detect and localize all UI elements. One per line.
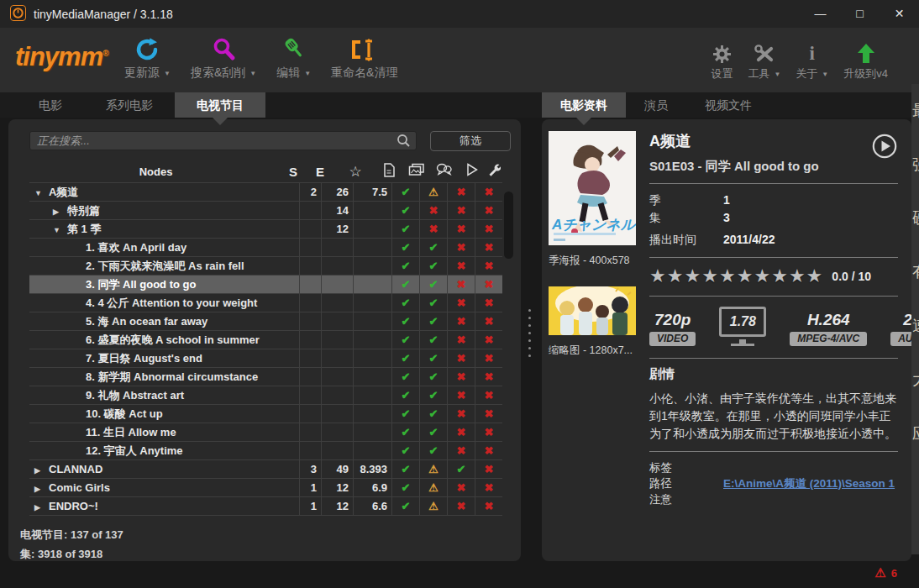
star-icon[interactable]: ☆ [336,163,375,181]
row-season-count: 3 [299,460,321,478]
row-episode-count [321,405,353,423]
window-title: tinyMediaManager / 3.1.18 [34,8,173,21]
table-row[interactable]: ▼第 1 季12✔✖✖✖ [29,220,502,239]
nfo-status-icon: ✔ [391,423,419,441]
row-rating [353,405,391,423]
search-input[interactable] [29,131,417,150]
play-status-icon: ✖ [475,202,502,219]
path-link[interactable]: E:\Anime\A频道 (2011)\Season 1 [723,475,895,491]
filter-button[interactable]: 筛选 [430,131,511,151]
tab-cast[interactable]: 演员 [626,92,686,118]
table-row[interactable]: 6. 盛夏的夜晚 A school in summer✔✔✖✖ [29,331,502,349]
table-scrollbar[interactable] [504,192,513,524]
table-row[interactable]: 11. 生日 Allow me✔✔✖✖ [29,423,502,442]
tab-media-files[interactable]: 视频文件 [686,92,770,118]
row-rating [353,220,391,238]
tv-show-list-panel: 筛选 Nodes S E ☆ [8,119,521,561]
panel-splitter-handle[interactable] [528,309,531,357]
close-button[interactable]: ✕ [880,0,919,28]
scrollbar-thumb[interactable] [504,192,513,259]
info-icon: i [810,41,815,66]
row-season-count [299,294,321,312]
wrench-icon[interactable] [486,163,502,180]
play-icon[interactable] [458,163,486,180]
edit-button[interactable]: 编辑▼ [266,34,321,81]
row-rating [353,386,391,404]
column-episodes[interactable]: E [304,165,336,179]
expander-icon[interactable]: ▶ [34,485,49,493]
star-icon: ★ [771,265,789,286]
nfo-status-icon: ✔ [391,405,419,423]
search-icon[interactable] [396,134,411,151]
tools-button[interactable]: 工具▼ [740,41,788,81]
table-row[interactable]: 4. 4 公斤 Attention to your weight✔✔✖✖ [29,294,502,312]
column-nodes[interactable]: Nodes [29,165,282,178]
episode-thumbnail[interactable] [549,286,636,339]
row-episode-count: 12 [321,220,353,238]
images-status-icon: ✔ [419,405,447,423]
row-season-count [299,405,321,423]
table-row[interactable]: 10. 碳酸 Act up✔✔✖✖ [29,405,502,423]
subs-status-icon: ✖ [447,423,475,441]
tab-details[interactable]: 电影资料 [542,92,626,118]
path-label: 路径 [649,475,723,491]
images-icon[interactable] [402,163,430,180]
tags-label: 标签 [649,459,723,475]
poster-caption: 季海报 - 400x578 [549,254,638,268]
row-title: ENDRO~! [49,500,98,512]
update-source-button[interactable]: 更新源▼ [114,34,181,81]
rename-clean-button[interactable]: 重命名&清理 [321,34,407,81]
expander-icon[interactable]: ▶ [34,503,49,512]
column-seasons[interactable]: S [282,165,304,179]
tab-tv-shows[interactable]: 电视节目 [175,92,265,118]
table-row[interactable]: 1. 喜欢 An April day✔✔✖✖ [29,239,502,257]
tab-movie-sets[interactable]: 系列电影 [84,92,175,118]
table-row[interactable]: 12. 宇宙人 Anytime✔✔✖✖ [29,442,502,460]
table-row[interactable]: 5. 海 An ocean far away✔✔✖✖ [29,312,502,331]
play-status-icon: ✖ [475,257,502,275]
row-rating [353,239,391,256]
play-button[interactable] [871,133,898,163]
row-season-count [299,331,321,349]
season-poster[interactable]: Aチャンネル [549,131,636,249]
table-row[interactable]: ▼A频道2267.5✔⚠✖✖ [29,183,502,202]
tab-movies[interactable]: 电影 [17,92,84,118]
nfo-document-icon[interactable] [375,163,402,181]
warning-counter[interactable]: ⚠ 6 [874,565,897,580]
app-logo: tinymm® [15,42,114,72]
minimize-button[interactable]: — [801,0,840,28]
show-title: A频道 [649,131,819,151]
nfo-status-icon: ✔ [391,239,419,256]
subs-status-icon: ✖ [447,257,475,275]
expander-icon[interactable]: ▶ [34,466,49,475]
row-season-count [299,220,321,238]
play-status-icon: ✖ [475,294,502,312]
table-row[interactable]: ▶Comic Girls1126.9✔⚠✖✖ [29,479,502,497]
nfo-status-icon: ✔ [391,479,419,496]
table-row[interactable]: 2. 下雨天就来泡澡吧 As rain fell✔✔✖✖ [29,257,502,276]
table-row[interactable]: ▶CLANNAD3498.393✔⚠✔✖ [29,460,502,479]
expander-icon[interactable]: ▼ [53,226,67,234]
images-status-icon: ✔ [419,294,447,312]
expander-icon[interactable]: ▼ [34,189,49,197]
table-row[interactable]: 3. 同学 All good to go✔✔✖✖ [29,276,502,294]
main-area: 筛选 Nodes S E ☆ [0,118,919,588]
table-row[interactable]: 8. 新学期 Abnormal circumstance✔✔✖✖ [29,368,502,386]
maximize-button[interactable]: □ [840,0,880,28]
star-icon: ★ [719,265,737,286]
table-row[interactable]: 9. 礼物 Abstract art✔✔✖✖ [29,386,502,405]
upgrade-button[interactable]: 升级到v4 [836,41,895,81]
expander-icon[interactable]: ▶ [53,207,67,216]
table-header: Nodes S E ☆ [29,160,502,182]
rating-stars: ★★★★★★★★★★ [649,265,823,287]
about-button[interactable]: i 关于▼ [788,41,836,81]
table-row[interactable]: ▶特别篇14✔✖✖✖ [29,202,502,220]
settings-button[interactable]: 设置 [703,41,740,81]
row-rating: 6.9 [353,479,391,496]
search-scrape-button[interactable]: 搜索&刮削▼ [181,34,266,81]
subtitles-chat-icon[interactable] [430,163,458,180]
row-rating [353,349,391,367]
nfo-status-icon: ✔ [391,442,419,459]
table-row[interactable]: ▶ENDRO~!1126.6✔⚠✖✖ [29,497,502,516]
table-row[interactable]: 7. 夏日祭 August's end✔✔✖✖ [29,349,502,368]
